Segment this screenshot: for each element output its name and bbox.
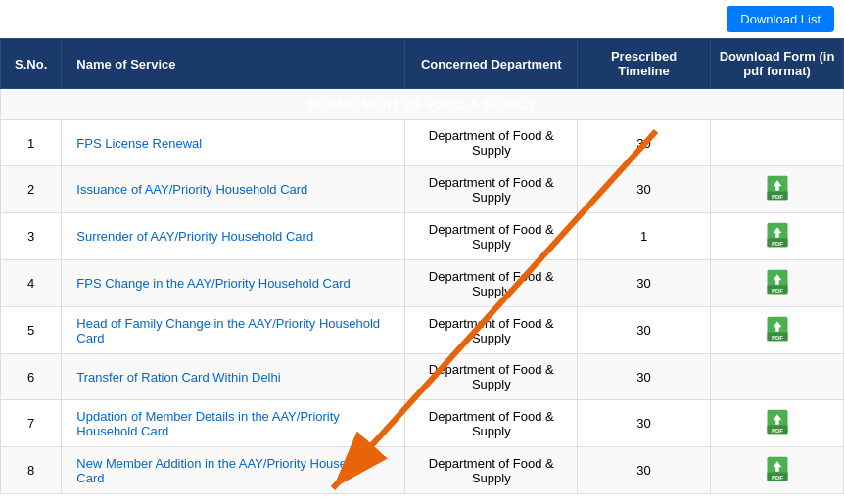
download-pdf-icon[interactable]: PDF [764, 268, 791, 296]
cell-download[interactable]: PDF [711, 400, 844, 447]
table-row: 2Issuance of AAY/Priority Household Card… [1, 166, 844, 213]
service-link[interactable]: Issuance of AAY/Priority Household Card [76, 182, 307, 197]
download-pdf-icon[interactable]: PDF [764, 221, 791, 249]
cell-department: Department of Food &Supply [405, 447, 578, 494]
download-list-button[interactable]: Download List [727, 6, 834, 32]
svg-text:PDF: PDF [771, 334, 782, 341]
svg-text:PDF: PDF [771, 287, 782, 294]
svg-text:PDF: PDF [771, 193, 782, 200]
cell-timeline: 30 [578, 354, 711, 400]
cell-department: Department of Food &Supply [405, 213, 578, 260]
service-link[interactable]: Transfer of Ration Card Within Delhi [76, 370, 280, 385]
cell-service-name[interactable]: New Member Addition in the AAY/Priority … [62, 447, 405, 494]
table-row: 6Transfer of Ration Card Within DelhiDep… [1, 354, 844, 400]
cell-sno: 8 [1, 447, 62, 494]
top-bar: Download List [0, 0, 844, 38]
download-pdf-icon[interactable]: PDF [764, 455, 791, 482]
cell-timeline: 30 [578, 260, 711, 307]
cell-download [711, 120, 844, 166]
cell-sno: 5 [1, 307, 62, 354]
service-link[interactable]: Head of Family Change in the AAY/Priorit… [76, 316, 380, 345]
cell-department: Department of Food &Supply [405, 400, 578, 447]
cell-service-name[interactable]: Transfer of Ration Card Within Delhi [62, 354, 405, 400]
service-link[interactable]: Surrender of AAY/Priority Household Card [76, 229, 313, 244]
table-row: 7Updation of Member Details in the AAY/P… [1, 400, 844, 447]
cell-department: Department of Food &Supply [405, 260, 578, 307]
header-concerned-department: Concerned Department [405, 39, 578, 89]
download-pdf-icon[interactable]: PDF [764, 408, 791, 435]
cell-sno: 4 [1, 260, 62, 307]
cell-download[interactable]: PDF [711, 447, 844, 494]
department-title: DEPARTMENT OF FOOD & SUPPLY [1, 89, 844, 120]
header-prescribed-timeline: Prescribed Timeline [578, 39, 711, 89]
cell-timeline: 30 [578, 307, 711, 354]
table-row: 1FPS License RenewalDepartment of Food &… [1, 120, 844, 166]
cell-download [711, 354, 844, 400]
table-row: 8New Member Addition in the AAY/Priority… [1, 447, 844, 494]
services-table: S.No. Name of Service Concerned Departme… [0, 38, 844, 494]
cell-timeline: 30 [578, 447, 711, 494]
svg-text:PDF: PDF [771, 240, 782, 247]
table-wrapper: S.No. Name of Service Concerned Departme… [0, 38, 844, 494]
service-link[interactable]: FPS Change in the AAY/Priority Household… [76, 276, 350, 291]
table-row: 3Surrender of AAY/Priority Household Car… [1, 213, 844, 260]
cell-timeline: 1 [578, 213, 711, 260]
cell-timeline: 30 [578, 166, 711, 213]
cell-service-name[interactable]: Updation of Member Details in the AAY/Pr… [62, 400, 405, 447]
svg-text:PDF: PDF [771, 474, 782, 481]
cell-download[interactable]: PDF [711, 260, 844, 307]
table-row: 5Head of Family Change in the AAY/Priori… [1, 307, 844, 354]
cell-service-name[interactable]: FPS Change in the AAY/Priority Household… [62, 260, 405, 307]
cell-service-name[interactable]: FPS License Renewal [62, 120, 405, 166]
cell-sno: 1 [1, 120, 62, 166]
service-link[interactable]: Updation of Member Details in the AAY/Pr… [76, 409, 340, 438]
cell-service-name[interactable]: Issuance of AAY/Priority Household Card [62, 166, 405, 213]
cell-department: Department of Food &Supply [405, 166, 578, 213]
download-pdf-icon[interactable]: PDF [764, 174, 791, 202]
header-sno: S.No. [1, 39, 62, 89]
cell-service-name[interactable]: Head of Family Change in the AAY/Priorit… [62, 307, 405, 354]
svg-text:PDF: PDF [771, 427, 782, 434]
cell-department: Department of Food &Supply [405, 354, 578, 400]
cell-sno: 7 [1, 400, 62, 447]
cell-download[interactable]: PDF [711, 166, 844, 213]
department-header-row: DEPARTMENT OF FOOD & SUPPLY [1, 89, 844, 120]
service-link[interactable]: FPS License Renewal [76, 136, 202, 151]
download-pdf-icon[interactable]: PDF [764, 315, 791, 343]
cell-department: Department of Food &Supply [405, 120, 578, 166]
cell-sno: 2 [1, 166, 62, 213]
service-link[interactable]: New Member Addition in the AAY/Priority … [76, 456, 370, 485]
cell-service-name[interactable]: Surrender of AAY/Priority Household Card [62, 213, 405, 260]
header-name-of-service: Name of Service [62, 39, 405, 89]
cell-department: Department of Food &Supply [405, 307, 578, 354]
cell-sno: 6 [1, 354, 62, 400]
header-download-form: Download Form (in pdf format) [711, 39, 844, 89]
cell-timeline: 30 [578, 120, 711, 166]
cell-download[interactable]: PDF [711, 213, 844, 260]
cell-timeline: 30 [578, 400, 711, 447]
cell-sno: 3 [1, 213, 62, 260]
table-row: 4FPS Change in the AAY/Priority Househol… [1, 260, 844, 307]
cell-download[interactable]: PDF [711, 307, 844, 354]
